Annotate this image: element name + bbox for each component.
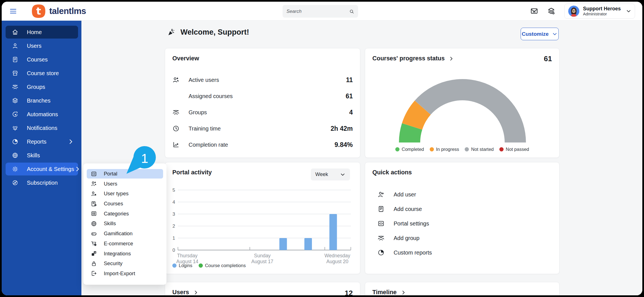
submenu-item-categories[interactable]: Categories (87, 209, 163, 218)
sidebar-item-label: Groups (27, 84, 45, 90)
brand-name: talentlms (49, 6, 86, 16)
chevron-down-icon (340, 172, 345, 177)
sidebar-item-course-store[interactable]: Course store (6, 67, 78, 80)
legend-label: Not started (471, 147, 494, 152)
sidebar-item-branches[interactable]: Branches (6, 94, 78, 107)
stat-label: Assigned courses (189, 93, 233, 99)
book-icon (12, 56, 18, 63)
search-icon[interactable] (349, 8, 354, 15)
add-user-action[interactable]: Add user (377, 187, 552, 202)
svg-text:August 17: August 17 (251, 259, 273, 264)
add-group-action[interactable]: Add group (377, 231, 552, 245)
list-square-icon (91, 210, 97, 217)
svg-text:Wednesday: Wednesday (325, 253, 350, 258)
stat-value: 2h 42m (331, 125, 353, 132)
add-course-action[interactable]: Add course (377, 202, 552, 216)
home-icon (12, 29, 18, 35)
code-square-icon (91, 171, 97, 177)
stat-value: 4 (349, 109, 353, 116)
pie-chart-icon (377, 249, 385, 256)
svg-text:August 20: August 20 (326, 259, 348, 264)
stat-row-training-time: Training time 2h 42m (172, 120, 353, 137)
brain-icon (12, 152, 18, 159)
period-value: Week (315, 172, 328, 177)
gauge-legend: Completed In progress Not started Not pa… (365, 147, 559, 152)
card-title: Timeline (372, 289, 397, 295)
messages-icon[interactable] (530, 7, 538, 15)
subscription-icon: $ (12, 179, 18, 186)
legend-label: Completed (402, 147, 424, 152)
submenu-item-user-types[interactable]: User types (87, 189, 163, 198)
welcome-header: Welcome, Support! (167, 28, 249, 37)
sidebar-item-skills[interactable]: Skills (6, 149, 78, 162)
sidebar-item-label: Skills (27, 152, 40, 159)
submenu-item-label: Skills (104, 220, 116, 227)
submenu-item-integrations[interactable]: Integrations (87, 249, 163, 258)
sidebar-item-automations[interactable]: Automations (6, 108, 78, 121)
custom-reports-action[interactable]: Custom reports (377, 245, 552, 260)
submenu-item-import-export[interactable]: Import-Export (87, 269, 163, 278)
stat-label: Groups (189, 109, 207, 116)
card-title: Courses' progress status (372, 55, 445, 62)
sidebar-item-notifications[interactable]: Notifications (6, 122, 78, 134)
user-menu[interactable]: Support Heroes Administrator (564, 4, 635, 19)
svg-text:$: $ (14, 181, 16, 184)
stat-row-active-users: Active users 11 (172, 72, 353, 88)
card-title: Overview (172, 55, 199, 62)
submenu-item-ecommerce[interactable]: E-commerce (87, 239, 163, 248)
legend-dot (499, 147, 504, 151)
clock-icon (172, 125, 180, 132)
chevron-right-icon (448, 56, 454, 61)
users-icon (91, 180, 97, 187)
submenu-item-users[interactable]: Users (87, 179, 163, 189)
talentlms-logo-icon: t (31, 4, 46, 18)
user-plus-icon (377, 191, 385, 198)
submenu-item-label: Security (104, 260, 123, 267)
submenu-item-gamification[interactable]: Gamification (87, 229, 163, 238)
sidebar-item-label: Automations (27, 111, 58, 118)
sidebar-item-users[interactable]: Users (6, 39, 78, 52)
sidebar-item-groups[interactable]: Groups (6, 80, 78, 93)
sidebar-item-label: Home (27, 29, 42, 35)
chevron-down-icon (552, 31, 558, 37)
submenu-item-security[interactable]: Security (87, 259, 163, 268)
progress-card-header[interactable]: Courses' progress status (372, 55, 454, 62)
legend-dot (172, 263, 177, 268)
svg-text:4: 4 (173, 199, 175, 205)
brand-logo[interactable]: t talentlms (31, 4, 86, 18)
group-icon (12, 84, 18, 90)
portal-settings-action[interactable]: Portal settings (377, 216, 552, 231)
sidebar-item-label: Users (27, 43, 41, 49)
timeline-card-header[interactable]: Timeline (372, 289, 406, 295)
svg-text:t: t (36, 5, 41, 17)
users-card: Users 12 (165, 282, 360, 295)
menu-icon[interactable] (9, 7, 17, 15)
submenu-item-courses[interactable]: Courses (87, 199, 163, 208)
customize-button[interactable]: Customize (521, 28, 559, 40)
submenu-item-label: User types (104, 191, 128, 197)
stat-row-completion-rate: Completion rate 9.84% (172, 137, 353, 153)
legend-label: In progress (436, 147, 459, 152)
legend-label: Not passed (506, 147, 529, 152)
chevron-down-icon (626, 8, 631, 14)
submenu-item-skills[interactable]: Skills (87, 219, 163, 228)
sidebar-item-home[interactable]: Home (6, 26, 78, 39)
period-select[interactable]: Week (311, 168, 350, 180)
user-role: Administrator (583, 12, 621, 16)
submenu-item-label: Portal (104, 171, 117, 177)
submenu-item-portal[interactable]: Portal (87, 169, 163, 179)
card-title: Quick actions (372, 169, 412, 176)
sidebar-item-account-settings[interactable]: Account & Settings (6, 163, 78, 175)
users-card-header[interactable]: Users (172, 289, 199, 295)
submenu-item-label: E-commerce (104, 241, 133, 247)
activity-legend: Logins Course completions (172, 263, 246, 268)
sidebar-item-courses[interactable]: Courses (6, 53, 78, 66)
action-label: Custom reports (394, 250, 432, 256)
search-input[interactable] (286, 9, 349, 14)
sidebar-item-label: Branches (27, 98, 51, 104)
sidebar-item-reports[interactable]: Reports (6, 135, 78, 148)
import-export-icon (91, 270, 97, 277)
sidebar-item-subscription[interactable]: $ Subscription (6, 176, 78, 189)
sidebar-item-label: Reports (27, 139, 46, 145)
course-stack-icon[interactable] (547, 7, 555, 15)
